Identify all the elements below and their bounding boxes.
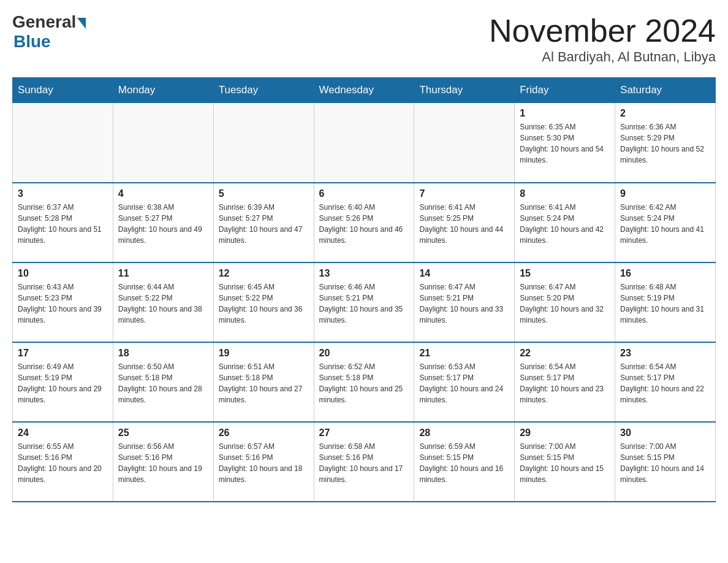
week-row-4: 17Sunrise: 6:49 AMSunset: 5:19 PMDayligh…	[13, 342, 716, 422]
day-number: 4	[118, 188, 208, 199]
day-number: 28	[419, 427, 509, 439]
day-number: 29	[520, 427, 610, 439]
logo-arrow-icon	[77, 18, 86, 29]
day-number: 18	[118, 348, 208, 359]
day-number: 24	[18, 427, 108, 439]
calendar-cell: 27Sunrise: 6:58 AMSunset: 5:16 PMDayligh…	[314, 422, 414, 502]
calendar-cell: 10Sunrise: 6:43 AMSunset: 5:23 PMDayligh…	[13, 262, 113, 342]
day-number: 22	[520, 348, 610, 359]
day-number: 17	[18, 348, 108, 359]
day-info: Sunrise: 6:54 AMSunset: 5:17 PMDaylight:…	[520, 361, 610, 405]
day-number: 23	[620, 348, 710, 359]
day-number: 10	[18, 268, 108, 279]
day-number: 6	[319, 188, 409, 199]
title-section: November 2024 Al Bardiyah, Al Butnan, Li…	[489, 12, 716, 65]
day-of-week-sunday: Sunday	[13, 78, 113, 103]
day-info: Sunrise: 6:47 AMSunset: 5:20 PMDaylight:…	[520, 282, 610, 326]
day-number: 3	[18, 188, 108, 199]
day-number: 5	[219, 188, 309, 199]
day-info: Sunrise: 6:43 AMSunset: 5:23 PMDaylight:…	[18, 282, 108, 326]
day-info: Sunrise: 6:42 AMSunset: 5:24 PMDaylight:…	[620, 202, 710, 246]
week-row-2: 3Sunrise: 6:37 AMSunset: 5:28 PMDaylight…	[13, 183, 716, 262]
day-number: 14	[419, 268, 509, 279]
day-number: 15	[520, 268, 610, 279]
day-info: Sunrise: 6:39 AMSunset: 5:27 PMDaylight:…	[219, 202, 309, 246]
day-of-week-friday: Friday	[515, 78, 615, 103]
calendar-cell: 28Sunrise: 6:59 AMSunset: 5:15 PMDayligh…	[414, 422, 515, 502]
day-of-week-monday: Monday	[113, 78, 213, 103]
day-number: 21	[419, 348, 509, 359]
calendar-cell: 26Sunrise: 6:57 AMSunset: 5:16 PMDayligh…	[213, 422, 314, 502]
day-info: Sunrise: 6:51 AMSunset: 5:18 PMDaylight:…	[219, 361, 309, 405]
day-info: Sunrise: 6:40 AMSunset: 5:26 PMDaylight:…	[319, 202, 409, 246]
week-row-3: 10Sunrise: 6:43 AMSunset: 5:23 PMDayligh…	[13, 262, 716, 342]
day-of-week-thursday: Thursday	[414, 78, 515, 103]
calendar-cell: 6Sunrise: 6:40 AMSunset: 5:26 PMDaylight…	[314, 183, 414, 262]
calendar-cell: 3Sunrise: 6:37 AMSunset: 5:28 PMDaylight…	[13, 183, 113, 262]
day-info: Sunrise: 7:00 AMSunset: 5:15 PMDaylight:…	[620, 441, 710, 485]
day-number: 9	[620, 188, 710, 199]
day-number: 1	[520, 108, 610, 119]
day-number: 8	[520, 188, 610, 199]
day-info: Sunrise: 6:38 AMSunset: 5:27 PMDaylight:…	[118, 202, 208, 246]
day-info: Sunrise: 6:45 AMSunset: 5:22 PMDaylight:…	[219, 282, 309, 326]
day-info: Sunrise: 6:56 AMSunset: 5:16 PMDaylight:…	[118, 441, 208, 485]
calendar-cell: 7Sunrise: 6:41 AMSunset: 5:25 PMDaylight…	[414, 183, 515, 262]
day-info: Sunrise: 6:55 AMSunset: 5:16 PMDaylight:…	[18, 441, 108, 485]
day-info: Sunrise: 6:36 AMSunset: 5:29 PMDaylight:…	[620, 121, 710, 166]
day-number: 19	[219, 348, 309, 359]
day-info: Sunrise: 6:59 AMSunset: 5:15 PMDaylight:…	[419, 441, 509, 485]
logo-general-text: General	[12, 12, 76, 32]
calendar-cell: 29Sunrise: 7:00 AMSunset: 5:15 PMDayligh…	[515, 422, 615, 502]
calendar-cell: 23Sunrise: 6:54 AMSunset: 5:17 PMDayligh…	[615, 342, 716, 422]
day-of-week-saturday: Saturday	[615, 78, 716, 103]
day-number: 16	[620, 268, 710, 279]
day-info: Sunrise: 6:49 AMSunset: 5:19 PMDaylight:…	[18, 361, 108, 405]
day-info: Sunrise: 6:48 AMSunset: 5:19 PMDaylight:…	[620, 282, 710, 326]
calendar-cell: 22Sunrise: 6:54 AMSunset: 5:17 PMDayligh…	[515, 342, 615, 422]
day-number: 20	[319, 348, 409, 359]
calendar-cell: 15Sunrise: 6:47 AMSunset: 5:20 PMDayligh…	[515, 262, 615, 342]
logo: General Blue	[12, 12, 86, 52]
calendar-cell: 8Sunrise: 6:41 AMSunset: 5:24 PMDaylight…	[515, 183, 615, 262]
day-of-week-tuesday: Tuesday	[213, 78, 314, 103]
calendar-cell	[414, 103, 515, 183]
calendar-cell: 4Sunrise: 6:38 AMSunset: 5:27 PMDaylight…	[113, 183, 213, 262]
day-info: Sunrise: 6:53 AMSunset: 5:17 PMDaylight:…	[419, 361, 509, 405]
calendar-cell: 25Sunrise: 6:56 AMSunset: 5:16 PMDayligh…	[113, 422, 213, 502]
day-number: 7	[419, 188, 509, 199]
calendar-cell: 13Sunrise: 6:46 AMSunset: 5:21 PMDayligh…	[314, 262, 414, 342]
day-info: Sunrise: 6:41 AMSunset: 5:25 PMDaylight:…	[419, 202, 509, 246]
calendar-cell: 5Sunrise: 6:39 AMSunset: 5:27 PMDaylight…	[213, 183, 314, 262]
day-number: 27	[319, 427, 409, 439]
day-number: 12	[219, 268, 309, 279]
week-row-1: 1Sunrise: 6:35 AMSunset: 5:30 PMDaylight…	[13, 103, 716, 183]
day-number: 26	[219, 427, 309, 439]
calendar-cell: 30Sunrise: 7:00 AMSunset: 5:15 PMDayligh…	[615, 422, 716, 502]
calendar-cell: 18Sunrise: 6:50 AMSunset: 5:18 PMDayligh…	[113, 342, 213, 422]
calendar-cell: 19Sunrise: 6:51 AMSunset: 5:18 PMDayligh…	[213, 342, 314, 422]
calendar-cell: 12Sunrise: 6:45 AMSunset: 5:22 PMDayligh…	[213, 262, 314, 342]
day-info: Sunrise: 6:41 AMSunset: 5:24 PMDaylight:…	[520, 202, 610, 246]
calendar-table: SundayMondayTuesdayWednesdayThursdayFrid…	[12, 77, 716, 502]
calendar-cell: 17Sunrise: 6:49 AMSunset: 5:19 PMDayligh…	[13, 342, 113, 422]
day-number: 30	[620, 427, 710, 439]
calendar-cell	[13, 103, 113, 183]
calendar-cell: 11Sunrise: 6:44 AMSunset: 5:22 PMDayligh…	[113, 262, 213, 342]
day-info: Sunrise: 6:58 AMSunset: 5:16 PMDaylight:…	[319, 441, 409, 485]
day-info: Sunrise: 6:52 AMSunset: 5:18 PMDaylight:…	[319, 361, 409, 405]
day-info: Sunrise: 7:00 AMSunset: 5:15 PMDaylight:…	[520, 441, 610, 485]
calendar-cell: 21Sunrise: 6:53 AMSunset: 5:17 PMDayligh…	[414, 342, 515, 422]
day-info: Sunrise: 6:47 AMSunset: 5:21 PMDaylight:…	[419, 282, 509, 326]
calendar-cell: 1Sunrise: 6:35 AMSunset: 5:30 PMDaylight…	[515, 103, 615, 183]
calendar-cell	[113, 103, 213, 183]
day-info: Sunrise: 6:46 AMSunset: 5:21 PMDaylight:…	[319, 282, 409, 326]
calendar-cell	[314, 103, 414, 183]
month-year-title: November 2024	[489, 12, 716, 49]
calendar-cell: 24Sunrise: 6:55 AMSunset: 5:16 PMDayligh…	[13, 422, 113, 502]
logo-blue-text: Blue	[13, 32, 51, 52]
location-subtitle: Al Bardiyah, Al Butnan, Libya	[489, 49, 716, 65]
day-of-week-wednesday: Wednesday	[314, 78, 414, 103]
day-number: 11	[118, 268, 208, 279]
day-info: Sunrise: 6:35 AMSunset: 5:30 PMDaylight:…	[520, 121, 610, 166]
